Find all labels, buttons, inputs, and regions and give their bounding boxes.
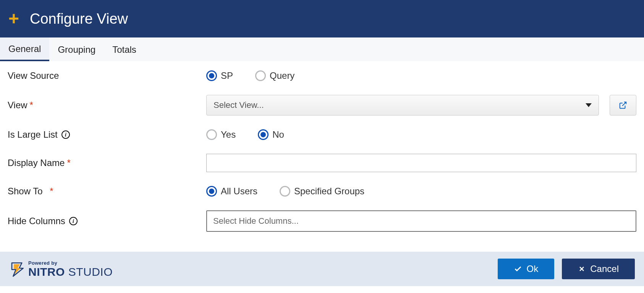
radio-show-to-groups[interactable]: Specified Groups <box>280 186 364 197</box>
radio-dot-icon <box>206 129 217 140</box>
radio-view-source-sp[interactable]: SP <box>206 70 233 81</box>
nitro-bolt-icon <box>9 261 25 277</box>
brand-name: NITRO STUDIO <box>28 266 113 278</box>
info-icon[interactable]: i <box>61 130 70 139</box>
view-select-placeholder: Select View... <box>214 100 264 110</box>
external-link-icon <box>619 101 627 109</box>
radio-label-no: No <box>272 129 284 140</box>
brand-logo: Powered by NITRO STUDIO <box>9 260 113 278</box>
radio-label-sp: SP <box>221 70 233 81</box>
label-hide-columns: Hide Columns i <box>8 216 206 226</box>
brand-powered-by: Powered by <box>28 260 113 265</box>
label-view: View* <box>8 100 206 111</box>
label-is-large-list: Is Large List i <box>8 129 206 140</box>
tab-general[interactable]: General <box>0 37 49 61</box>
form-panel: View Source SP Query View* Select View..… <box>0 61 644 252</box>
required-asterisk: * <box>30 100 33 111</box>
label-view-source: View Source <box>8 70 206 81</box>
tab-grouping[interactable]: Grouping <box>49 37 104 61</box>
ctrl-display-name <box>206 154 636 172</box>
tab-totals[interactable]: Totals <box>104 37 145 61</box>
close-icon <box>578 265 586 273</box>
ctrl-view-source: SP Query <box>206 70 636 81</box>
label-show-to: Show To * <box>8 186 206 197</box>
radio-dot-icon <box>255 70 266 81</box>
row-is-large-list: Is Large List i Yes No <box>8 129 636 140</box>
plus-icon: + <box>8 10 19 28</box>
check-icon <box>514 265 522 273</box>
hide-columns-placeholder: Select Hide Columns... <box>213 216 299 226</box>
dialog-title: Configure View <box>30 11 128 27</box>
ok-button[interactable]: Ok <box>498 259 555 279</box>
display-name-input[interactable] <box>206 154 636 172</box>
radio-label-yes: Yes <box>221 129 236 140</box>
tab-bar: General Grouping Totals <box>0 37 644 61</box>
label-text-hide-columns: Hide Columns <box>8 216 65 226</box>
label-text-is-large-list: Is Large List <box>8 129 58 140</box>
radio-label-query: Query <box>270 70 294 81</box>
required-asterisk: * <box>50 186 53 197</box>
cancel-button[interactable]: Cancel <box>562 259 635 279</box>
brand-name-light: STUDIO <box>65 265 113 278</box>
row-view: View* Select View... <box>8 95 636 116</box>
label-text-view: View <box>8 100 28 111</box>
radio-label-all-users: All Users <box>221 186 257 197</box>
ctrl-hide-columns: Select Hide Columns... <box>206 210 636 232</box>
radio-dot-icon <box>206 70 217 81</box>
svg-line-0 <box>622 102 626 106</box>
ctrl-view: Select View... <box>206 95 636 116</box>
radio-view-source-query[interactable]: Query <box>255 70 294 81</box>
label-text-view-source: View Source <box>8 70 59 81</box>
label-text-display-name: Display Name <box>8 158 65 168</box>
ok-button-label: Ok <box>527 264 539 274</box>
radio-dot-icon <box>280 186 290 197</box>
cancel-button-label: Cancel <box>590 264 619 274</box>
dialog-footer: Powered by NITRO STUDIO Ok Cancel <box>0 252 644 286</box>
chevron-down-icon <box>586 103 592 107</box>
row-hide-columns: Hide Columns i Select Hide Columns... <box>8 210 636 232</box>
view-select[interactable]: Select View... <box>206 95 599 116</box>
brand-name-bold: NITRO <box>28 265 65 278</box>
open-view-external-button[interactable] <box>610 95 636 116</box>
radio-dot-icon <box>206 186 217 197</box>
row-show-to: Show To * All Users Specified Groups <box>8 186 636 197</box>
info-icon[interactable]: i <box>69 217 78 225</box>
radio-large-list-no[interactable]: No <box>258 129 284 140</box>
row-view-source: View Source SP Query <box>8 70 636 81</box>
radio-dot-icon <box>258 129 269 140</box>
dialog-header: + Configure View <box>0 0 644 37</box>
radio-label-specified-groups: Specified Groups <box>294 186 364 197</box>
ctrl-show-to: All Users Specified Groups <box>206 186 636 197</box>
ctrl-is-large-list: Yes No <box>206 129 636 140</box>
row-display-name: Display Name* <box>8 154 636 172</box>
required-asterisk: * <box>67 158 70 168</box>
radio-large-list-yes[interactable]: Yes <box>206 129 236 140</box>
label-text-show-to: Show To <box>8 186 43 197</box>
radio-show-to-all[interactable]: All Users <box>206 186 257 197</box>
hide-columns-select[interactable]: Select Hide Columns... <box>206 210 636 232</box>
label-display-name: Display Name* <box>8 158 206 168</box>
